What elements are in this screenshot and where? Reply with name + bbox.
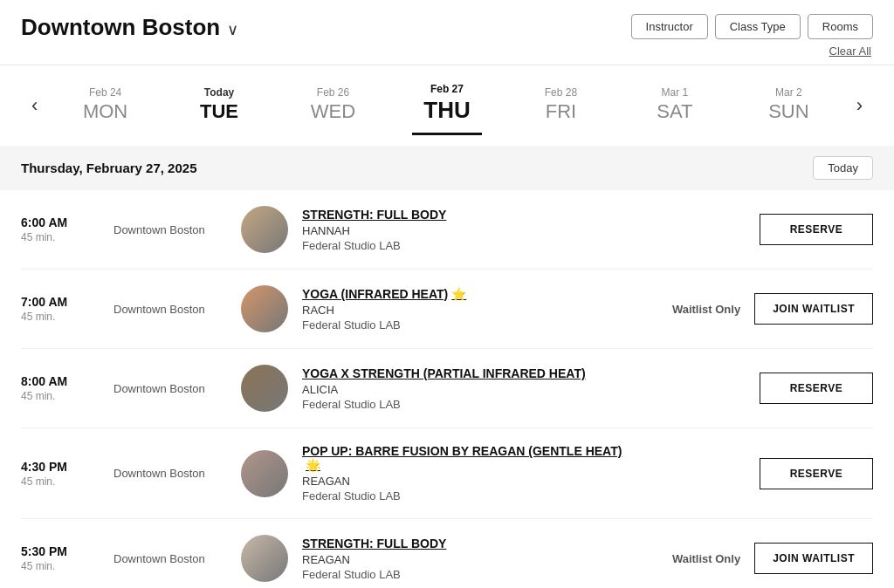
next-day-arrow[interactable]: › xyxy=(846,87,873,124)
day-name-fri: FRI xyxy=(546,100,576,123)
class-action-area: RESERVE xyxy=(760,214,873,245)
class-instructor: ALICIA xyxy=(302,383,636,396)
prev-day-arrow[interactable]: ‹ xyxy=(21,87,48,124)
class-time-value: 4:30 PM xyxy=(21,460,100,474)
class-location: Downtown Boston xyxy=(113,223,227,236)
day-date-sun: Mar 2 xyxy=(775,86,802,99)
clear-all-link[interactable]: Clear All xyxy=(829,44,873,58)
class-studio: Federal Studio LAB xyxy=(302,318,630,332)
day-item-thu[interactable]: Feb 27 THU xyxy=(412,76,482,135)
day-name-mon: MON xyxy=(83,100,127,123)
class-info: POP UP: BARRE FUSION BY REAGAN (GENTLE H… xyxy=(302,444,636,503)
day-name-sat: SAT xyxy=(657,100,692,123)
day-item-wed[interactable]: Feb 26 WED xyxy=(299,79,368,132)
class-action-area: JOIN WAITLIST xyxy=(754,293,873,325)
day-item-mon[interactable]: Feb 24 MON xyxy=(71,79,141,132)
class-status: Waitlist Only xyxy=(644,552,740,565)
class-studio: Federal Studio LAB xyxy=(302,568,630,581)
day-date-sat: Mar 1 xyxy=(662,86,689,99)
class-instructor: REAGAN xyxy=(302,553,630,566)
class-name: POP UP: BARRE FUSION BY REAGAN (GENTLE H… xyxy=(302,444,636,472)
class-duration: 45 min. xyxy=(21,475,100,488)
day-date-tue: Today xyxy=(204,86,234,99)
class-row-class-5: 5:30 PM 45 min. Downtown Boston STRENGTH… xyxy=(21,519,873,588)
page-title: Downtown Boston xyxy=(21,14,220,41)
instructor-avatar xyxy=(241,206,288,253)
class-time-value: 8:00 AM xyxy=(21,374,100,388)
class-action-area: RESERVE xyxy=(760,373,873,404)
class-time-value: 6:00 AM xyxy=(21,215,100,229)
page-header: Downtown Boston ∨ Instructor Class Type … xyxy=(0,0,894,65)
class-instructor: HANNAH xyxy=(302,224,636,237)
today-button[interactable]: Today xyxy=(813,156,873,180)
reserve-button[interactable]: RESERVE xyxy=(760,214,873,245)
class-duration: 45 min. xyxy=(21,390,100,402)
class-time: 7:00 AM 45 min. xyxy=(21,295,100,323)
day-navigation: ‹ Feb 24 MON Today TUE Feb 26 WED Feb 27… xyxy=(0,65,894,135)
day-name-wed: WED xyxy=(311,100,355,123)
class-location: Downtown Boston xyxy=(113,552,227,565)
day-item-fri[interactable]: Feb 28 FRI xyxy=(526,79,595,132)
class-time: 6:00 AM 45 min. xyxy=(21,215,100,243)
day-name-sun: SUN xyxy=(768,100,808,123)
schedule-date-bar: Thursday, February 27, 2025 Today xyxy=(0,146,894,190)
class-info: YOGA (INFRARED HEAT)⭐ RACH Federal Studi… xyxy=(302,287,630,332)
class-name: YOGA (INFRARED HEAT)⭐ xyxy=(302,287,630,301)
class-name: YOGA X STRENGTH (PARTIAL INFRARED HEAT) xyxy=(302,366,636,380)
days-container: Feb 24 MON Today TUE Feb 26 WED Feb 27 T… xyxy=(48,76,845,135)
class-row-class-2: 7:00 AM 45 min. Downtown Boston YOGA (IN… xyxy=(21,270,873,349)
instructor-filter-button[interactable]: Instructor xyxy=(631,14,708,39)
day-date-fri: Feb 28 xyxy=(545,86,577,99)
class-info: STRENGTH: FULL BODY HANNAH Federal Studi… xyxy=(302,208,636,252)
header-right: Instructor Class Type Rooms Clear All xyxy=(631,14,873,58)
day-date-mon: Feb 24 xyxy=(89,86,121,99)
day-name-tue: TUE xyxy=(200,100,238,123)
class-action-area: JOIN WAITLIST xyxy=(754,543,873,574)
class-emoji-icon: ⭐ xyxy=(451,287,466,301)
instructor-avatar xyxy=(241,365,288,412)
day-name-thu: THU xyxy=(423,97,470,124)
rooms-filter-button[interactable]: Rooms xyxy=(808,14,873,39)
reserve-button[interactable]: RESERVE xyxy=(760,458,873,489)
header-left: Downtown Boston ∨ xyxy=(21,14,238,41)
filter-buttons-group: Instructor Class Type Rooms xyxy=(631,14,873,39)
class-studio: Federal Studio LAB xyxy=(302,239,636,252)
class-time: 4:30 PM 45 min. xyxy=(21,460,100,488)
class-duration: 45 min. xyxy=(21,560,100,572)
class-studio: Federal Studio LAB xyxy=(302,398,636,411)
reserve-button[interactable]: RESERVE xyxy=(760,373,873,404)
class-action-area: RESERVE xyxy=(760,458,873,489)
class-name: STRENGTH: FULL BODY xyxy=(302,537,630,550)
class-instructor: RACH xyxy=(302,304,630,317)
day-date-wed: Feb 26 xyxy=(317,86,349,99)
class-row-class-3: 8:00 AM 45 min. Downtown Boston YOGA X S… xyxy=(21,349,873,428)
class-duration: 45 min. xyxy=(21,311,100,323)
class-info: YOGA X STRENGTH (PARTIAL INFRARED HEAT) … xyxy=(302,366,636,411)
class-status: Waitlist Only xyxy=(644,303,740,316)
class-list: 6:00 AM 45 min. Downtown Boston STRENGTH… xyxy=(0,190,894,588)
day-item-sun[interactable]: Mar 2 SUN xyxy=(753,79,823,132)
class-location: Downtown Boston xyxy=(113,467,227,480)
join-waitlist-button[interactable]: JOIN WAITLIST xyxy=(754,293,873,325)
class-studio: Federal Studio LAB xyxy=(302,489,636,503)
location-chevron-icon[interactable]: ∨ xyxy=(227,20,238,39)
class-emoji-icon: 🌟 xyxy=(306,458,320,472)
instructor-avatar xyxy=(241,535,288,582)
class-location: Downtown Boston xyxy=(113,382,227,395)
class-type-filter-button[interactable]: Class Type xyxy=(715,14,801,39)
class-location: Downtown Boston xyxy=(113,303,227,316)
day-date-thu: Feb 27 xyxy=(430,83,464,95)
class-instructor: REAGAN xyxy=(302,475,636,488)
join-waitlist-button[interactable]: JOIN WAITLIST xyxy=(754,543,873,574)
schedule-date-label: Thursday, February 27, 2025 xyxy=(21,161,196,175)
instructor-avatar xyxy=(241,285,288,332)
class-name: STRENGTH: FULL BODY xyxy=(302,208,636,222)
day-item-tue[interactable]: Today TUE xyxy=(184,79,254,132)
class-time: 5:30 PM 45 min. xyxy=(21,544,100,572)
class-row-class-4: 4:30 PM 45 min. Downtown Boston POP UP: … xyxy=(21,428,873,519)
day-item-sat[interactable]: Mar 1 SAT xyxy=(640,79,710,132)
class-row-class-1: 6:00 AM 45 min. Downtown Boston STRENGTH… xyxy=(21,190,873,270)
class-time-value: 7:00 AM xyxy=(21,295,100,309)
class-time: 8:00 AM 45 min. xyxy=(21,374,100,402)
instructor-avatar xyxy=(241,450,288,497)
